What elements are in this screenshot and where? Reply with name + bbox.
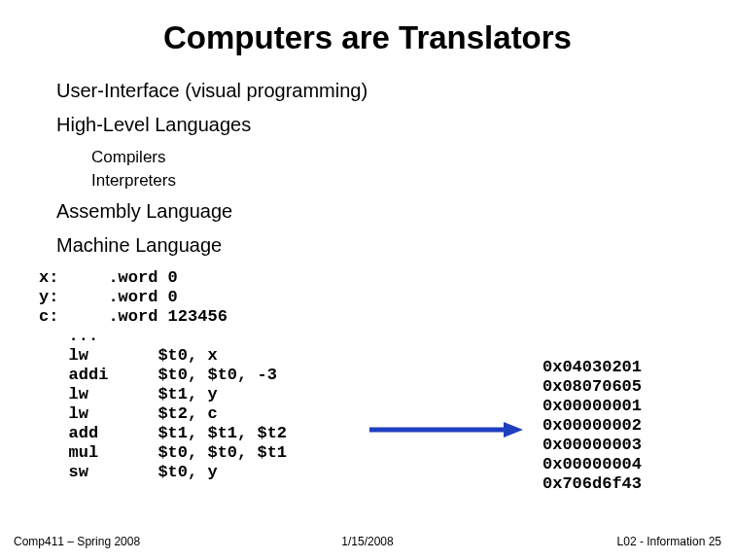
bullet-hll: High-Level Languages [56, 114, 735, 136]
bullet-interpreters: Interpreters [91, 171, 735, 191]
bullet-ml: Machine Language [56, 234, 735, 257]
footer-center: 1/15/2008 [341, 535, 393, 548]
bullet-ui: User-Interface (visual programming) [56, 80, 735, 102]
footer-left: Comp411 – Spring 2008 [14, 535, 140, 548]
hex-output-block: 0x04030201 0x08070605 0x00000001 0x00000… [542, 358, 642, 494]
svg-marker-1 [504, 422, 523, 438]
slide-title: Computers are Translators [0, 0, 735, 56]
bullet-compilers: Compilers [91, 148, 735, 167]
bullet-asm: Assembly Language [56, 200, 735, 223]
footer-right: L02 - Information 25 [617, 535, 721, 548]
arrow-icon [369, 420, 525, 439]
